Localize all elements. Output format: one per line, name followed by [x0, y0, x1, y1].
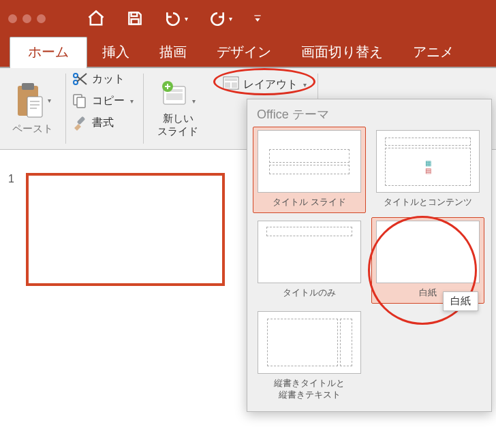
svg-rect-13	[77, 116, 86, 125]
layout-flyout: Office テーマ タイトル スライド ▦▤ タイトルとコンテンツ タイトルの…	[247, 99, 492, 412]
layout-button[interactable]: レイアウト ▾	[217, 74, 312, 95]
chevron-down-icon[interactable]: ▾	[303, 81, 307, 89]
home-button[interactable]	[87, 9, 106, 28]
save-button[interactable]	[126, 10, 144, 27]
new-slide-group: ▾ 新しい スライド	[144, 68, 212, 149]
svg-rect-0	[131, 12, 138, 16]
slides-thumbnail-panel: 1	[0, 150, 245, 448]
flyout-header: Office テーマ	[247, 99, 491, 127]
svg-rect-4	[22, 83, 34, 90]
slide-1-thumbnail[interactable]	[26, 173, 225, 286]
tab-animations[interactable]: アニメ	[398, 36, 469, 67]
quick-access-toolbar: ▾ ▾	[87, 9, 262, 28]
layout-title-slide[interactable]: タイトル スライド	[253, 127, 366, 213]
minimize-icon[interactable]	[22, 14, 31, 23]
title-bar: ▾ ▾	[0, 0, 496, 37]
format-painter-button[interactable]: 書式	[72, 114, 114, 131]
close-icon[interactable]	[8, 14, 17, 23]
layout-label: 縦書きタイトルと 縦書きテキスト	[255, 378, 364, 401]
svg-rect-22	[225, 82, 230, 88]
tooltip-blank: 白紙	[443, 291, 478, 311]
copy-label: コピー	[92, 94, 125, 108]
format-label: 書式	[92, 116, 114, 130]
window-controls	[8, 14, 46, 23]
clipboard-ops-group: カット コピー ▾ 書式	[66, 68, 143, 149]
layout-label: レイアウト	[243, 78, 298, 92]
clipboard-icon	[15, 82, 44, 118]
scissors-icon	[72, 71, 88, 87]
copy-button[interactable]: コピー ▾	[72, 93, 134, 109]
tab-insert[interactable]: 挿入	[87, 36, 144, 67]
chevron-down-icon[interactable]: ▾	[185, 15, 188, 22]
cut-label: カット	[92, 72, 125, 86]
paintbrush-icon	[72, 114, 88, 131]
tab-draw[interactable]: 描画	[144, 36, 202, 67]
new-slide-icon	[161, 80, 189, 108]
ribbon-tabs: ホーム 挿入 描画 デザイン 画面切り替え アニメ	[0, 37, 496, 68]
layout-thumb	[376, 221, 480, 283]
customize-qat-button[interactable]	[253, 14, 262, 23]
svg-rect-6	[30, 101, 40, 102]
undo-button[interactable]: ▾	[164, 10, 188, 27]
chevron-down-icon[interactable]: ▾	[48, 97, 51, 104]
layout-icon	[223, 76, 239, 93]
layout-thumb	[258, 130, 361, 193]
svg-rect-1	[131, 19, 139, 25]
new-slide-button[interactable]: ▾	[161, 80, 196, 108]
layout-title-only[interactable]: タイトルのみ	[253, 217, 366, 304]
copy-icon	[72, 93, 88, 109]
new-slide-label: 新しい スライド	[157, 112, 198, 138]
svg-rect-12	[77, 97, 85, 108]
svg-rect-23	[232, 82, 237, 88]
layout-gallery: タイトル スライド ▦▤ タイトルとコンテンツ タイトルのみ 白紙	[247, 127, 491, 406]
layout-blank[interactable]: 白紙	[371, 217, 484, 304]
tab-transitions[interactable]: 画面切り替え	[286, 36, 398, 67]
zoom-icon[interactable]	[37, 14, 46, 23]
paste-group: ▾ ペースト	[0, 68, 65, 149]
layout-title-content[interactable]: ▦▤ タイトルとコンテンツ	[371, 127, 484, 213]
slide-thumb-row[interactable]: 1	[0, 150, 245, 286]
paste-button[interactable]: ▾	[15, 82, 51, 118]
svg-rect-21	[225, 78, 237, 81]
slide-number: 1	[8, 173, 16, 286]
tab-design[interactable]: デザイン	[202, 36, 286, 67]
svg-rect-7	[30, 104, 40, 106]
layout-vertical-title-text[interactable]: 縦書きタイトルと 縦書きテキスト	[253, 308, 366, 406]
layout-label: タイトル スライド	[255, 197, 364, 208]
tab-home[interactable]: ホーム	[10, 37, 87, 68]
redo-button[interactable]: ▾	[208, 10, 232, 27]
chevron-down-icon[interactable]: ▾	[229, 15, 232, 22]
svg-rect-19	[165, 86, 170, 87]
chevron-down-icon[interactable]: ▾	[130, 97, 134, 105]
layout-label: タイトルとコンテンツ	[373, 197, 482, 208]
paste-label: ペースト	[12, 123, 53, 135]
layout-thumb: ▦▤	[376, 130, 480, 193]
layout-label: タイトルのみ	[255, 287, 364, 299]
svg-rect-2	[254, 15, 260, 16]
cut-button[interactable]: カット	[72, 71, 125, 87]
chevron-down-icon[interactable]: ▾	[192, 97, 196, 105]
layout-thumb	[258, 311, 361, 374]
svg-rect-5	[27, 97, 42, 117]
layout-thumb	[258, 221, 361, 283]
svg-rect-8	[30, 108, 37, 109]
svg-rect-16	[166, 93, 183, 100]
